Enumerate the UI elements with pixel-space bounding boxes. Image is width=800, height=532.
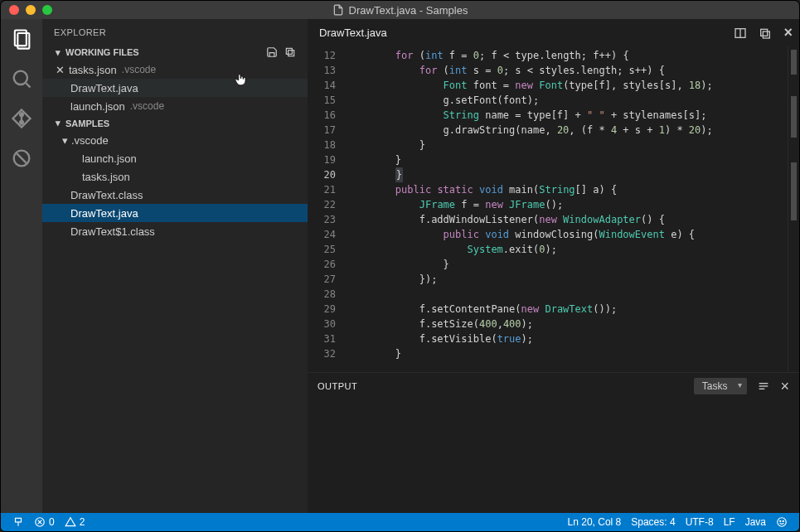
working-files-header[interactable]: ▾ WORKING FILES — [42, 44, 308, 60]
svg-point-23 — [778, 518, 787, 527]
status-warnings[interactable]: 2 — [60, 516, 90, 528]
window-minimize-dot[interactable] — [26, 5, 36, 15]
file-dir: .vscode — [122, 64, 156, 75]
window-close-dot[interactable] — [9, 5, 19, 15]
error-icon — [34, 516, 46, 528]
samples-label: SAMPLES — [65, 118, 109, 128]
window-title: DrawText.java - Samples — [349, 4, 468, 17]
svg-rect-14 — [764, 31, 770, 38]
file-name: launch.json — [70, 100, 125, 113]
working-file-item[interactable]: ✕tasks.json.vscode — [42, 60, 308, 79]
svg-point-2 — [14, 71, 27, 85]
chevron-down-icon: ▾ — [54, 47, 62, 58]
debug-icon[interactable] — [10, 147, 33, 170]
warning-icon — [65, 516, 76, 528]
sidebar: EXPLORER ▾ WORKING FILES ✕tasks.json.vsc… — [42, 19, 308, 513]
status-errors-count: 0 — [49, 516, 55, 528]
editor-area: DrawText.java × 121314151617181920212223… — [308, 19, 799, 513]
window-zoom-dot[interactable] — [42, 5, 52, 15]
code-editor[interactable]: for (int f = 0; f < type.length; f++) { … — [347, 46, 799, 372]
panel-title: OUTPUT — [318, 381, 357, 391]
tree-item[interactable]: launch.json — [42, 149, 308, 167]
file-dir: .vscode — [130, 100, 164, 112]
search-icon[interactable] — [10, 67, 33, 90]
tab-bar: DrawText.java × — [308, 19, 799, 46]
tree-item[interactable]: DrawText$1.class — [42, 222, 308, 240]
samples-list: ▾.vscodelaunch.jsontasks.jsonDrawText.cl… — [42, 131, 308, 240]
tree-item[interactable]: DrawText.java — [42, 204, 308, 222]
samples-header[interactable]: ▾ SAMPLES — [42, 115, 308, 131]
svg-rect-13 — [761, 29, 768, 36]
working-files-list: ✕tasks.json.vscodeDrawText.javalaunch.js… — [42, 60, 308, 115]
clear-output-icon[interactable] — [757, 380, 770, 393]
file-name: tasks.json — [69, 64, 117, 76]
svg-line-3 — [26, 83, 30, 87]
status-encoding[interactable]: UTF-8 — [681, 516, 719, 528]
file-name: DrawText.java — [70, 82, 138, 94]
working-file-item[interactable]: launch.json.vscode — [42, 97, 308, 115]
git-icon[interactable] — [10, 107, 33, 130]
smiley-icon — [776, 516, 788, 528]
status-errors[interactable]: 0 — [29, 516, 60, 528]
svg-point-25 — [783, 520, 783, 521]
status-sync[interactable] — [7, 516, 29, 528]
status-eol[interactable]: LF — [719, 516, 740, 528]
split-editor-icon[interactable] — [734, 27, 747, 40]
svg-rect-9 — [286, 48, 292, 54]
file-icon — [332, 4, 344, 16]
activity-bar — [1, 19, 42, 513]
tree-item[interactable]: tasks.json — [42, 167, 308, 186]
more-icon[interactable] — [759, 27, 772, 40]
svg-point-4 — [20, 113, 23, 116]
working-file-item[interactable]: DrawText.java — [42, 79, 308, 97]
svg-point-5 — [20, 121, 23, 124]
sidebar-title: EXPLORER — [42, 19, 308, 44]
chevron-down-icon: ▾ — [62, 134, 68, 147]
close-editor-icon[interactable]: × — [783, 24, 793, 41]
status-bar: 0 2 Ln 20, Col 8 Spaces: 4 UTF-8 LF Java — [1, 513, 799, 531]
output-panel: OUTPUT Tasks × — [308, 372, 799, 513]
titlebar: DrawText.java - Samples — [1, 1, 799, 19]
status-lang[interactable]: Java — [740, 516, 771, 528]
tree-item[interactable]: DrawText.class — [42, 186, 308, 204]
line-gutter: 1213141516171819202122232425262728293031… — [308, 46, 347, 372]
output-channel-select[interactable]: Tasks — [694, 378, 748, 394]
output-body[interactable] — [308, 399, 799, 513]
status-spaces[interactable]: Spaces: 4 — [626, 516, 680, 528]
explorer-icon[interactable] — [10, 27, 33, 51]
status-warnings-count: 2 — [80, 516, 85, 528]
close-panel-icon[interactable]: × — [780, 378, 789, 395]
svg-rect-10 — [288, 51, 294, 56]
tab-drawtext[interactable]: DrawText.java — [314, 22, 392, 44]
close-all-icon[interactable] — [284, 46, 296, 58]
close-icon[interactable]: ✕ — [54, 64, 65, 76]
svg-rect-18 — [16, 518, 22, 522]
status-feedback[interactable] — [771, 516, 793, 528]
working-files-label: WORKING FILES — [65, 47, 139, 57]
svg-point-24 — [780, 520, 781, 521]
tree-folder[interactable]: ▾.vscode — [42, 131, 308, 149]
status-lncol[interactable]: Ln 20, Col 8 — [563, 516, 627, 528]
save-all-icon[interactable] — [266, 46, 278, 58]
chevron-down-icon: ▾ — [54, 118, 62, 128]
svg-line-8 — [17, 153, 27, 163]
minimap[interactable] — [788, 46, 799, 372]
